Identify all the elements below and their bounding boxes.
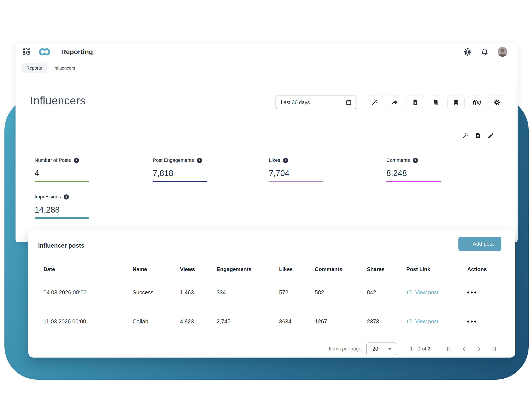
column-header-name: Name: [133, 266, 180, 272]
influencer-posts-card: Influencer posts + Add post Date Name Vi…: [28, 229, 515, 358]
date-range-value: Last 30 days: [281, 100, 310, 106]
export-pdf-icon[interactable]: PDF: [427, 95, 444, 109]
export-excel-icon[interactable]: [406, 95, 424, 109]
top-bar-actions: [463, 47, 507, 57]
view-post-link[interactable]: View post: [406, 318, 467, 324]
stat-label: Comments: [386, 157, 410, 163]
table-header-row: Date Name Views Engagements Likes Commen…: [44, 261, 500, 278]
info-icon[interactable]: i: [413, 158, 418, 163]
share-icon[interactable]: [386, 95, 403, 109]
stat-underline: [35, 217, 89, 219]
cell-views: 1,463: [180, 289, 216, 296]
report-card: Influencers Last 30 days: [21, 85, 516, 242]
column-header-comments: Comments: [315, 266, 367, 272]
info-icon[interactable]: i: [64, 194, 69, 200]
breadcrumb: Reports Influencers: [16, 60, 518, 76]
stat-post-engagements: Post Engagements i 7,818: [153, 157, 207, 182]
next-page-icon[interactable]: [475, 345, 483, 353]
formula-icon-text: ƒ(x): [472, 99, 481, 106]
pagination-range: 1 – 2 of 2: [410, 346, 430, 352]
stat-label: Number of Posts: [35, 157, 71, 163]
page: Reporting: [0, 0, 532, 399]
table-row: 04.03.2026 00:00 Success 1,463 334 572 5…: [44, 278, 500, 307]
add-post-label: Add post: [473, 241, 494, 247]
stat-impressions: Impressions i 14,288: [35, 194, 89, 219]
logo-chain-icon[interactable]: [38, 47, 51, 56]
add-post-button[interactable]: + Add post: [458, 237, 501, 251]
column-header-engagements: Engagements: [216, 266, 279, 272]
cell-name: Collab: [133, 318, 180, 325]
stat-label: Likes: [269, 157, 280, 163]
external-link-icon: [406, 318, 412, 324]
apps-grid-icon[interactable]: [22, 47, 31, 56]
cell-date: 11.03.2026 00:00: [44, 318, 133, 325]
stat-label: Post Engagements: [153, 157, 194, 163]
stat-value: 14,288: [35, 205, 89, 215]
cell-likes: 572: [279, 289, 315, 296]
column-header-actions: Actions: [467, 266, 500, 272]
cell-comments: 582: [315, 289, 367, 296]
date-range-picker[interactable]: Last 30 days: [276, 95, 356, 109]
stat-value: 4: [35, 169, 89, 178]
widget-toolbar: [462, 132, 494, 139]
stat-value: 7,704: [269, 169, 323, 178]
cell-name: Success: [133, 289, 180, 296]
posts-table: Date Name Views Engagements Likes Commen…: [44, 261, 500, 336]
stat-value: 7,818: [153, 169, 207, 178]
column-header-likes: Likes: [279, 266, 315, 272]
info-icon[interactable]: i: [283, 158, 288, 163]
formula-icon[interactable]: ƒ(x): [468, 95, 485, 109]
gear-icon[interactable]: [463, 48, 472, 56]
cell-comments: 1267: [315, 318, 367, 325]
stat-number-of-posts: Number of Posts i 4: [35, 157, 89, 182]
page-title: Reporting: [61, 48, 93, 56]
top-bar: Reporting: [16, 44, 518, 60]
cell-date: 04.03.2026 00:00: [44, 289, 133, 296]
avatar[interactable]: [498, 47, 507, 57]
info-icon[interactable]: i: [197, 158, 202, 163]
gear-solid-icon[interactable]: [488, 95, 505, 109]
info-icon[interactable]: i: [74, 158, 79, 163]
report-title: Influencers: [30, 94, 86, 107]
column-header-post-link: Post Link: [406, 266, 467, 272]
cell-engagements: 334: [216, 289, 279, 296]
column-header-views: Views: [180, 266, 216, 272]
calendar-icon: [345, 99, 352, 106]
more-horizontal-icon[interactable]: [467, 319, 500, 324]
magic-wand-icon[interactable]: [462, 132, 469, 139]
export-excel-icon[interactable]: [475, 132, 481, 139]
items-per-page-label: Items per page:: [329, 346, 363, 352]
cell-views: 4,823: [180, 318, 216, 325]
database-icon[interactable]: [447, 95, 465, 109]
pagination: Items per page: 20 1 – 2 of 2: [329, 342, 498, 356]
table-row: 11.03.2026 00:00 Collab 4,823 2,745 3634…: [44, 307, 500, 336]
plus-icon: +: [466, 241, 470, 247]
items-per-page-value: 20: [372, 346, 378, 352]
items-per-page-select[interactable]: 20: [366, 342, 396, 355]
stat-likes: Likes i 7,704: [269, 157, 323, 182]
previous-page-icon[interactable]: [460, 345, 468, 353]
first-page-icon[interactable]: [445, 345, 453, 353]
svg-text:PDF: PDF: [434, 103, 437, 105]
stat-underline: [153, 181, 207, 182]
column-header-date: Date: [44, 266, 133, 272]
cell-shares: 2373: [367, 318, 406, 325]
external-link-icon: [406, 290, 412, 295]
stat-underline: [386, 181, 441, 182]
more-horizontal-icon[interactable]: [467, 290, 500, 295]
report-toolbar: PDF ƒ(x): [366, 95, 505, 109]
magic-wand-icon[interactable]: [366, 95, 383, 109]
edit-pencil-icon[interactable]: [487, 132, 494, 139]
pagination-nav: [445, 345, 498, 353]
stat-label: Impressions: [35, 194, 61, 200]
breadcrumb-influencers[interactable]: Influencers: [53, 66, 75, 71]
cell-shares: 842: [367, 289, 406, 296]
bell-icon[interactable]: [481, 48, 489, 56]
last-page-icon[interactable]: [490, 345, 498, 353]
breadcrumb-reports[interactable]: Reports: [21, 63, 47, 73]
stat-underline: [269, 181, 323, 182]
stat-value: 8,248: [386, 169, 441, 178]
view-post-link[interactable]: View post: [406, 289, 467, 296]
column-header-shares: Shares: [367, 266, 406, 272]
cell-likes: 3634: [279, 318, 315, 325]
